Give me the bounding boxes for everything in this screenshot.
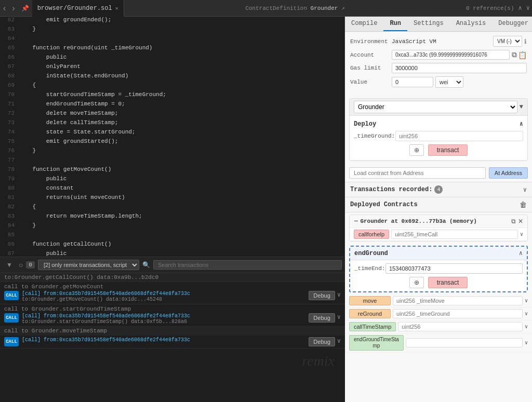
copy-account-icon[interactable]: ⧉	[512, 50, 517, 59]
code-line: 83 return moveTimeStamp.length;	[0, 213, 344, 222]
account-row: Account ⧉ 📋	[350, 50, 527, 60]
endgroundtimestamp-chevron[interactable]: ∨	[525, 340, 528, 346]
tx-label3: call to Grounder.moveTimeStamp	[4, 328, 341, 334]
from-label: [call] from:0xca35b7d915458ef540ade6068d…	[22, 291, 190, 297]
editor-tab[interactable]: browser/Grounder.sol ✕	[32, 0, 124, 17]
at-address-button[interactable]: At Address	[489, 167, 528, 179]
tx-row: to:Grounder.getCallCount() data:0xa9b...…	[4, 274, 341, 280]
load-address-input[interactable]	[349, 167, 486, 179]
tx-from2: [call] from:0xca35b7d915458ef540ade6068d…	[22, 313, 307, 319]
chevron-up-icon[interactable]: ∧	[516, 4, 524, 12]
move-chevron[interactable]: ∨	[525, 298, 528, 304]
deploy-chevron-up[interactable]: ∧	[520, 120, 523, 128]
tab-settings[interactable]: Settings	[407, 17, 450, 31]
line-number: 63	[0, 26, 19, 35]
pin-button[interactable]: 📌	[18, 5, 32, 12]
line-number: 87	[0, 250, 19, 257]
tab-run[interactable]: Run	[383, 17, 407, 31]
deploy-label: Deploy	[354, 120, 376, 128]
code-line: 67 onlyParent	[0, 63, 344, 73]
dc-close-button[interactable]: ✕	[518, 218, 523, 225]
tx-filter-select[interactable]: [2] only remix transactions, script	[38, 260, 139, 270]
forward-button[interactable]: ›	[9, 4, 18, 13]
tx-recorded-section[interactable]: Transactions recorded: 4 ∨	[345, 182, 532, 197]
line-number: 73	[0, 119, 19, 129]
trash-icon[interactable]: 🗑	[520, 200, 527, 209]
from-label4: [call] from:0xca35b7d915458ef540ade6068d…	[22, 337, 190, 343]
code-line: 86 function getCallCount()	[0, 241, 344, 250]
debug-button2[interactable]: Debug	[309, 313, 335, 323]
move-button[interactable]: move	[349, 296, 391, 305]
stop-button[interactable]: ▼	[3, 259, 16, 271]
callforhelp-input[interactable]	[391, 230, 518, 239]
endgroundtimestamp-input[interactable]	[406, 338, 523, 347]
env-badge-select[interactable]: VM (-)	[493, 36, 522, 47]
dc-copy-button[interactable]: ⧉	[511, 218, 516, 225]
value-input[interactable]	[392, 77, 433, 87]
debug-button[interactable]: Debug	[309, 291, 335, 300]
eg-chevron-up[interactable]: ∧	[519, 249, 523, 257]
right-tabs: Compile Run Settings Analysis Debugger S…	[345, 17, 532, 32]
chevron-down-icon[interactable]: ∨	[524, 4, 532, 12]
line-number: 81	[0, 194, 19, 204]
reground-chevron[interactable]: ∨	[525, 311, 528, 317]
dc-minus-icon[interactable]: −	[354, 217, 358, 225]
line-number: 70	[0, 91, 19, 101]
reference-count[interactable]: 0 reference(s)	[466, 5, 514, 11]
tab-label: browser/Grounder.sol	[37, 5, 112, 12]
debug-button4[interactable]: Debug	[309, 337, 335, 346]
move-input[interactable]	[393, 296, 523, 305]
calltimestamp-chevron[interactable]: ∨	[525, 324, 528, 330]
env-info-icon[interactable]: ℹ	[524, 38, 527, 45]
eg-copy-button[interactable]: ⊕	[409, 277, 424, 288]
search-input[interactable]	[153, 260, 342, 270]
endgroundtimestamp-button[interactable]: endGroundTimeStamp	[349, 335, 404, 351]
callforhelp-button[interactable]: callforhelp	[354, 230, 389, 239]
back-button[interactable]: ‹	[0, 4, 9, 13]
reground-button[interactable]: reGround	[349, 309, 391, 318]
line-number: 64	[0, 35, 19, 45]
line-code: function getCallCount()	[19, 241, 111, 250]
calltimestamp-input[interactable]	[398, 322, 523, 331]
expand-icon4[interactable]: ∨	[337, 337, 341, 345]
code-line: 79 public	[0, 176, 344, 185]
deploy-param-input[interactable]	[395, 131, 523, 141]
deployed-contracts-header: Deployed Contracts 🗑	[345, 197, 532, 212]
circle-button[interactable]: ○	[19, 261, 23, 269]
line-code: {	[19, 82, 36, 91]
tx-to: to:Grounder.getMoveCount() data:0x1dc...…	[22, 297, 307, 302]
reground-input[interactable]	[393, 309, 523, 318]
expand-icon[interactable]: ∨	[337, 291, 341, 299]
account-input[interactable]	[392, 50, 510, 60]
line-number: 62	[0, 17, 19, 26]
code-line: 78 function getMoveCount()	[0, 166, 344, 176]
code-line: 74 state = State.startGround;	[0, 129, 344, 138]
clipboard-icon[interactable]: 📋	[518, 51, 527, 59]
tab-compile[interactable]: Compile	[345, 17, 383, 31]
line-number: 69	[0, 82, 19, 91]
watermark: remix	[302, 353, 335, 369]
line-number: 78	[0, 166, 19, 176]
line-number: 72	[0, 110, 19, 119]
code-line: 73 delete callTimeStamp;	[0, 119, 344, 129]
deployed-contract-instance: − Grounder at 0x692...77b3a (memory) ⧉ ✕…	[349, 215, 528, 242]
tab-analysis[interactable]: Analysis	[450, 17, 493, 31]
env-row: Environment JavaScript VM VM (-) ℹ	[350, 36, 527, 47]
tx-recorded-chevron[interactable]: ∨	[523, 186, 527, 194]
tab-debugger[interactable]: Debugger	[492, 17, 532, 31]
expand-icon2[interactable]: ∨	[337, 313, 341, 321]
eg-transact-button[interactable]: transact	[428, 277, 468, 288]
eg-param-input[interactable]	[385, 263, 523, 274]
callforhelp-chevron[interactable]: ∨	[520, 231, 523, 237]
calltimestamp-button[interactable]: callTimeStamp	[349, 322, 396, 331]
tab-close-icon[interactable]: ✕	[115, 5, 118, 11]
env-value: JavaScript VM	[392, 37, 491, 46]
copy-deploy-button[interactable]: ⊕	[409, 144, 424, 156]
contract-select[interactable]: Grounder	[354, 101, 517, 113]
line-code: startGroundTimeStamp = _timeGround;	[19, 91, 166, 101]
call-icon: CALL	[4, 291, 19, 300]
gas-input[interactable]: 3000000	[392, 63, 527, 73]
transact-button[interactable]: transact	[428, 144, 468, 156]
value-unit-select[interactable]: wei gwei ether	[435, 76, 463, 88]
tx-item4: CALL [call] from:0xca35b7d915458ef540ade…	[0, 336, 345, 349]
